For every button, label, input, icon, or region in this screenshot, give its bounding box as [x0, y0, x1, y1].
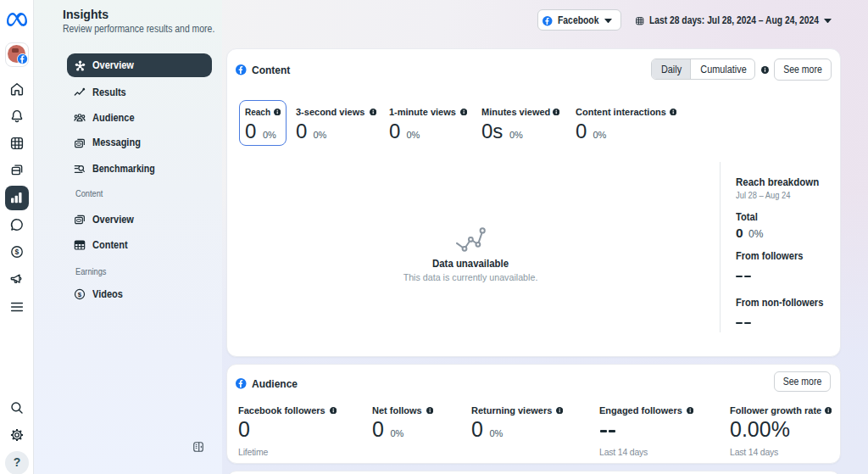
svg-text:$: $ [15, 248, 19, 256]
svg-text:$: $ [78, 291, 82, 298]
